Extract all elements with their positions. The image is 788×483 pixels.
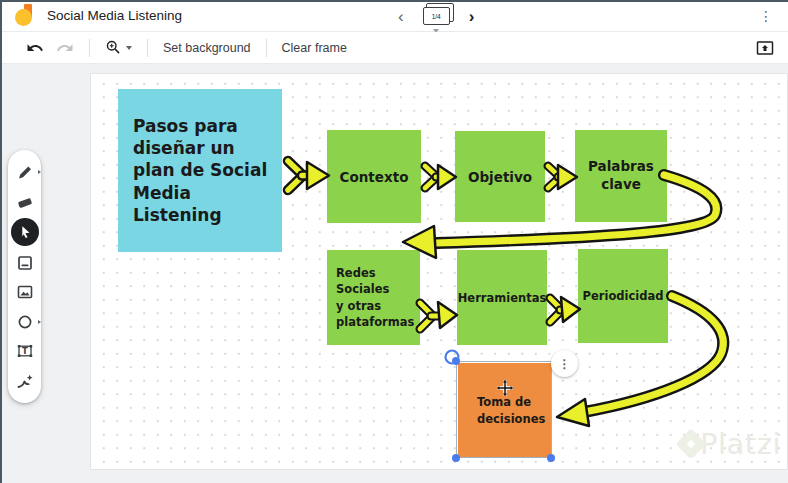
submenu-caret-icon <box>38 170 41 174</box>
document-title[interactable]: Social Media Listening <box>47 8 182 23</box>
jamboard-logo[interactable] <box>15 4 35 28</box>
selection-outline <box>456 361 552 458</box>
tool-eraser[interactable] <box>12 189 38 215</box>
svg-text:T: T <box>22 346 28 356</box>
sticky-contexto[interactable]: Contexto <box>327 130 421 223</box>
undo-button[interactable] <box>20 32 50 63</box>
watermark-text: Platzi <box>700 427 781 461</box>
sticky-label: Contexto <box>340 169 409 185</box>
clear-frame-button[interactable]: Clear frame <box>276 41 353 55</box>
tool-image[interactable] <box>12 279 38 305</box>
image-icon <box>15 282 35 302</box>
tool-sticky-note[interactable] <box>12 250 38 276</box>
chevron-down-icon <box>126 46 132 50</box>
toolbar: Set background Clear frame <box>0 32 788 64</box>
logo-circle <box>15 9 32 26</box>
submenu-caret-icon <box>38 320 41 324</box>
toolbar-divider <box>89 39 90 57</box>
sticky-label: Redes Sociales y otras plataformas <box>336 265 420 329</box>
rotate-handle-icon[interactable] <box>443 348 461 366</box>
sticky-intro[interactable]: Pasos para diseñar un plan de Social Med… <box>118 89 282 252</box>
tool-shape[interactable] <box>12 309 38 335</box>
tool-select[interactable] <box>11 218 39 246</box>
frame-navigation: ‹ 1/4 › <box>398 0 474 32</box>
toolbar-divider <box>266 39 267 57</box>
toolbar-divider <box>147 39 148 57</box>
sticky-palabras-clave[interactable]: Palabras clave <box>575 130 667 222</box>
sticky-label: Periodicidad <box>583 289 664 303</box>
circle-shape-icon <box>15 312 35 332</box>
overflow-menu-button[interactable]: ⋮ <box>753 0 779 32</box>
sticky-herramientas[interactable]: Herramientas <box>457 250 547 345</box>
prev-frame-button[interactable]: ‹ <box>398 8 404 25</box>
eraser-icon <box>15 192 35 212</box>
selection-menu-button[interactable]: ⋮ <box>551 350 578 377</box>
present-button[interactable] <box>752 32 778 64</box>
tool-laser[interactable] <box>12 368 38 394</box>
sticky-redes-sociales[interactable]: Redes Sociales y otras plataformas <box>327 250 420 345</box>
title-bar: Social Media Listening ‹ 1/4 › ⋮ <box>0 0 788 32</box>
sticky-periodicidad[interactable]: Periodicidad <box>578 249 668 343</box>
zoom-icon <box>105 39 122 56</box>
laser-pointer-icon <box>15 371 35 391</box>
undo-icon <box>26 39 44 57</box>
tool-sidebar: T <box>8 150 41 403</box>
move-cursor <box>496 379 514 397</box>
platzi-watermark: Platzi <box>680 427 781 461</box>
window-edge <box>0 0 2 483</box>
selection-handle[interactable] <box>547 454 555 462</box>
redo-icon <box>56 39 74 57</box>
tool-text-box[interactable]: T <box>12 338 38 364</box>
selection-handle[interactable] <box>452 454 460 462</box>
jamboard-app: Social Media Listening ‹ 1/4 › ⋮ <box>0 0 788 483</box>
next-frame-button[interactable]: › <box>469 8 475 25</box>
text-box-icon: T <box>15 341 35 361</box>
sticky-note-icon <box>15 253 35 273</box>
sticky-objetivo[interactable]: Objetivo <box>455 131 545 222</box>
frame-counter: 1/4 <box>432 13 441 20</box>
sticky-label: Herramientas <box>458 291 547 305</box>
sticky-label: Pasos para diseñar un plan de Social Med… <box>133 115 267 225</box>
select-cursor-icon <box>16 223 34 241</box>
sticky-label: Objetivo <box>468 169 532 185</box>
sticky-label: Palabras clave <box>588 158 654 193</box>
window-edge <box>0 0 788 2</box>
set-background-button[interactable]: Set background <box>157 41 257 55</box>
present-to-screen-icon <box>756 39 774 57</box>
redo-button[interactable] <box>50 32 80 63</box>
tool-pen[interactable] <box>12 159 38 185</box>
frame-chooser-button[interactable]: 1/4 <box>423 7 450 25</box>
zoom-button[interactable] <box>99 32 138 63</box>
pen-icon <box>15 162 35 182</box>
